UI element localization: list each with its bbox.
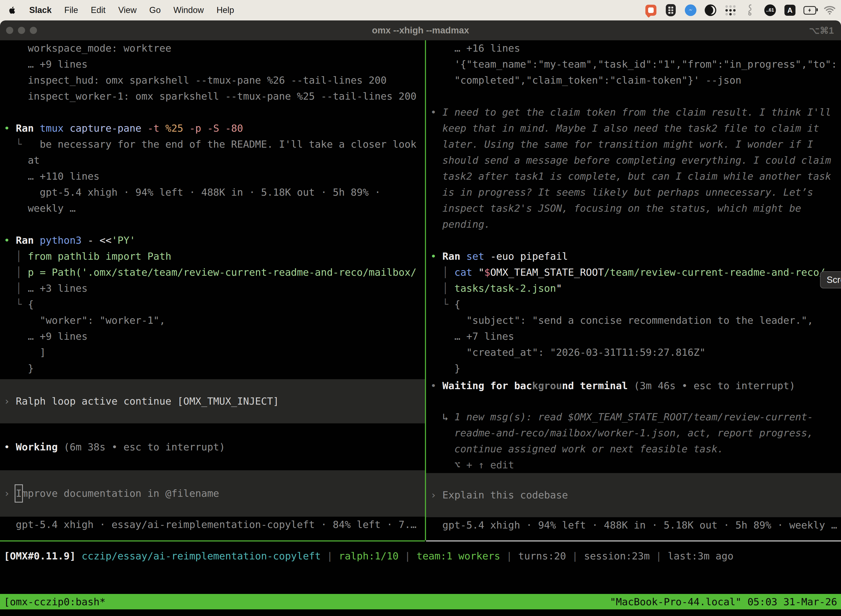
spacer <box>0 423 425 439</box>
terminal-line: keep that in mind. Maybe I also need the… <box>426 120 841 136</box>
tmux-status-bar: [omx-cczip0:bash* "MacBook-Pro-44.local"… <box>0 594 841 609</box>
terminal-line: │ p = Path('.omx/state/team/review-curre… <box>0 264 425 280</box>
battery-icon[interactable] <box>803 4 816 16</box>
menu-item-edit[interactable]: Edit <box>91 5 105 15</box>
terminal-line: … +7 lines <box>426 329 841 345</box>
terminal-line: gpt-5.4 xhigh · 94% left · 488K in · 5.1… <box>0 184 425 200</box>
terminal-line: later. Using the same for transition mig… <box>426 136 841 153</box>
waiting-status-line: • Waiting for background terminal (3m 46… <box>426 378 841 394</box>
menu-item-help[interactable]: Help <box>217 5 234 15</box>
terminal-line: } <box>0 361 425 377</box>
terminal-line: … +110 lines <box>0 168 425 184</box>
thinking-line: • I need to get the claim token from the… <box>426 104 841 120</box>
terminal-line <box>426 232 841 248</box>
spacer <box>426 394 841 409</box>
terminal-line: workspace_mode: worktree <box>0 40 425 56</box>
terminal-line: should send a message before completing … <box>426 153 841 168</box>
terminal-line: └ { <box>426 296 841 312</box>
wifi-icon[interactable] <box>823 4 836 16</box>
terminal-line: … +16 lines <box>426 40 841 56</box>
terminal-line: │ tasks/task-2.json" <box>426 280 841 296</box>
desktop: SlackFileEditViewGoWindowHelp <box>0 0 841 616</box>
tmux-pane-left[interactable]: workspace_mode: worktree … +9 lines insp… <box>0 40 425 540</box>
menu-item-go[interactable]: Go <box>149 5 161 15</box>
terminal-line: at <box>0 153 425 168</box>
terminal-window: omx --xhigh --madmax ⌥⌘1 workspace_mode:… <box>0 21 841 616</box>
ran-python-command-line: • Ran python3 - <<'PY' <box>0 232 425 248</box>
menu-item-view[interactable]: View <box>118 5 136 15</box>
terminal-line <box>426 88 841 104</box>
terminal-line: … +9 lines <box>0 56 425 72</box>
terminal-line: "subject": "send a concise recommendatio… <box>426 312 841 329</box>
context-status-line: gpt-5.4 xhigh · essay/ai-reimplementatio… <box>0 517 425 532</box>
terminal-line: inspect_worker-1: omx sparkshell --tmux-… <box>0 88 425 104</box>
prompt-input-band[interactable]: › Explain this codebase <box>426 473 841 517</box>
window-title-bar[interactable]: omx --xhigh --madmax ⌥⌘1 <box>0 21 841 40</box>
terminal-line: "created_at": "2026-03-31T11:59:27.816Z" <box>426 345 841 361</box>
terminal-content: workspace_mode: worktree … +9 lines insp… <box>0 40 841 616</box>
window-shortcut-badge: ⌥⌘1 <box>809 25 834 36</box>
active-pane-border <box>0 540 425 541</box>
badge-61-icon[interactable]: ..61 <box>764 4 777 16</box>
ran-set-command-line: • Ran set -euo pipefail <box>426 248 841 264</box>
working-status-line: • Working (6m 38s • esc to interrupt) <box>0 439 425 455</box>
menu-item-slack[interactable]: Slack <box>29 5 51 15</box>
apple-menu-icon[interactable] <box>8 5 16 15</box>
inactive-pane-border <box>426 540 841 541</box>
menu-items: SlackFileEditViewGoWindowHelp <box>0 5 234 15</box>
terminal-line: └ { <box>0 296 425 312</box>
terminal-line: "completed","claim_token":"claim-token"}… <box>426 72 841 88</box>
grid-shield-icon[interactable] <box>664 4 677 16</box>
screen-recording-icon[interactable] <box>645 4 657 16</box>
tooltip-label: Scre <box>827 274 841 285</box>
terminal-line: ] <box>0 345 425 361</box>
terminal-line: continue assigned work or next feasible … <box>426 441 841 457</box>
terminal-line: task2 after task1 is complete, but can I… <box>426 168 841 184</box>
terminal-line: is in progress? It seems likely but perh… <box>426 184 841 200</box>
tmux-session-label: [omx-cczip0:bash* <box>4 596 105 607</box>
tmux-pane-right[interactable]: … +16 lines '{"team_name":"my-team","tas… <box>426 40 841 540</box>
terminal-line: │ … +3 lines <box>0 280 425 296</box>
terminal-line: } <box>426 361 841 377</box>
terminal-line: └ be necessary for the end of the README… <box>0 136 425 153</box>
messenger-icon[interactable] <box>684 4 697 16</box>
context-status-line: gpt-5.4 xhigh · 94% left · 488K in · 5.1… <box>426 517 841 533</box>
spacer <box>0 377 425 379</box>
terminal-line: inspect task2's JSON, focusing on the st… <box>426 200 841 216</box>
dots-grid-icon[interactable] <box>724 4 737 16</box>
moon-icon[interactable] <box>704 4 717 16</box>
terminal-line <box>0 104 425 120</box>
terminal-line <box>0 216 425 232</box>
menu-item-file[interactable]: File <box>64 5 78 15</box>
terminal-line: ⌥ + ↑ edit <box>426 457 841 473</box>
menu-item-window[interactable]: Window <box>173 5 204 15</box>
tmux-host-clock-label: "MacBook-Pro-44.local" 05:03 31-Mar-26 <box>610 596 837 607</box>
omx-hud-status-line: [OMX#0.11.9] cczip/essay/ai-reimplementa… <box>0 548 841 564</box>
terminal-line: … +9 lines <box>0 329 425 345</box>
terminal-line: '{"team_name":"my-team","task_id":"1","f… <box>426 56 841 72</box>
terminal-line: readme-and-reco/mailbox/worker-1.json, a… <box>426 425 841 441</box>
terminal-line: "worker": "worker-1", <box>0 312 425 329</box>
input-source-icon[interactable]: A <box>784 4 796 16</box>
terminal-line: ↳ 1 new msg(s): read $OMX_TEAM_STATE_ROO… <box>426 409 841 425</box>
menu-bar-status-icons: ..61 A <box>645 4 841 16</box>
terminal-line: pending. <box>426 216 841 232</box>
queued-prompt-band[interactable]: › Ralph loop active continue [OMX_TMUX_I… <box>0 379 425 423</box>
terminal-line: │ cat "$OMX_TEAM_STATE_ROOT/team/review-… <box>426 264 841 280</box>
terminal-line: │ from pathlib import Path <box>0 248 425 264</box>
spacer <box>0 455 425 470</box>
ran-tmux-command-line: • Ran tmux capture-pane -t %25 -p -S -80 <box>0 120 425 136</box>
terminal-line: inspect_hud: omx sparkshell --tmux-pane … <box>0 72 425 88</box>
terminal-line: weekly … <box>0 200 425 216</box>
window-title: omx --xhigh --madmax <box>0 25 841 35</box>
squiggle-icon[interactable] <box>744 4 757 16</box>
tooltip: Scre <box>820 271 841 288</box>
prompt-input-band[interactable]: › Improve documentation in @filename <box>0 470 425 517</box>
